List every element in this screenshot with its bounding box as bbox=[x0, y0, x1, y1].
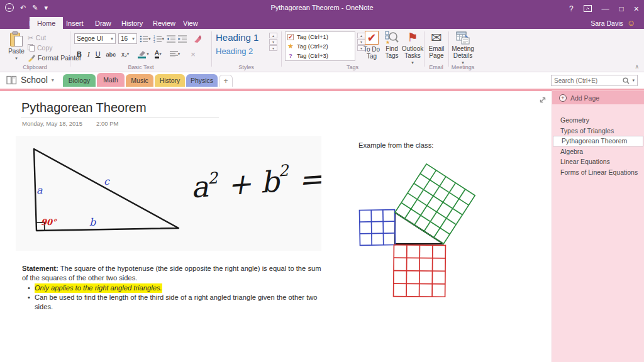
list-item[interactable]: • Can be used to find the length of the … bbox=[28, 293, 323, 312]
numbering-button[interactable]: 1 2 3 ▾ bbox=[153, 35, 165, 43]
indent-icon bbox=[178, 35, 187, 43]
plain-note: Can be used to find the length of the th… bbox=[35, 293, 323, 312]
styles-scroll-down[interactable]: ▾ bbox=[269, 39, 277, 45]
email-page-button[interactable]: ✉ Email Page bbox=[426, 31, 447, 59]
example-label[interactable]: Example from the class: bbox=[358, 141, 433, 149]
triangle-label-angle: 90° bbox=[41, 217, 57, 227]
page-item-geometry[interactable]: Geometry bbox=[552, 115, 644, 126]
window-title: Pythagorean Theorem - OneNote bbox=[0, 4, 644, 11]
styles-more[interactable]: ▾ bbox=[269, 45, 277, 51]
font-color-button[interactable]: A ▾ bbox=[155, 50, 162, 58]
style-heading1[interactable]: Heading 1 bbox=[216, 32, 258, 47]
paste-button[interactable]: Paste ▾ bbox=[5, 31, 28, 62]
help-icon[interactable]: ? bbox=[569, 4, 574, 13]
chevron-down-icon: ▾ bbox=[111, 36, 113, 41]
numbered-list-icon: 1 2 3 bbox=[153, 35, 162, 43]
page-item-types-of-triangles[interactable]: Types of Triangles bbox=[552, 126, 644, 136]
bold-button[interactable]: B bbox=[77, 50, 82, 58]
paragraph-align-button[interactable]: ▾ bbox=[170, 51, 180, 57]
todo-checkbox-icon: ✔ bbox=[287, 34, 294, 40]
page-date: Monday, May 18, 2015 bbox=[22, 120, 82, 127]
star-icon: ★ bbox=[287, 42, 294, 50]
section-tab-history[interactable]: History bbox=[155, 74, 185, 87]
signed-in-user[interactable]: Sara Davis ☺ bbox=[591, 17, 635, 29]
titlebar: ← ↶ ✎ ▾ Pythagorean Theorem - OneNote ? … bbox=[0, 0, 644, 17]
search-input[interactable] bbox=[554, 77, 620, 84]
decrease-indent-button[interactable] bbox=[167, 35, 175, 43]
tab-insert[interactable]: Insert bbox=[58, 17, 91, 29]
maximize-icon[interactable]: □ bbox=[619, 4, 624, 13]
statement-text: The square of the hypotenuse (the side o… bbox=[22, 265, 321, 282]
find-tags-button[interactable]: ★ Find Tags bbox=[382, 31, 401, 59]
style-heading2[interactable]: Heading 2 bbox=[216, 47, 258, 56]
triangle-label-b: b bbox=[89, 216, 96, 228]
outlook-tasks-button[interactable]: ⚑ Outlook Tasks ▾ bbox=[401, 31, 424, 66]
user-name: Sara Davis bbox=[591, 19, 623, 27]
page-title[interactable]: Pythagorean Theorem bbox=[21, 101, 147, 115]
chevron-down-icon: ▾ bbox=[15, 55, 18, 62]
ribbon-tab-row: File Home Insert Draw History Review Vie… bbox=[0, 17, 644, 29]
ink-drawing-triangle[interactable]: a c b 90° a2 + b2 = c2 bbox=[16, 136, 321, 251]
align-icon bbox=[170, 51, 178, 57]
ribbon: Paste ▾ ✂ Cut Copy Format Painter bbox=[0, 29, 644, 72]
cut-button[interactable]: ✂ Cut bbox=[28, 33, 81, 43]
page-item-pythagorean-theorem[interactable]: Pythagorean Theorem bbox=[553, 136, 643, 146]
highlighted-note: Only applies to the right angled triangl… bbox=[35, 283, 162, 293]
font-size-select[interactable]: 16 ▾ bbox=[118, 33, 137, 44]
question-tag-icon: ? bbox=[287, 52, 294, 59]
section-tab-math[interactable]: Math bbox=[97, 73, 125, 87]
tag-item-3[interactable]: ? Tag (Ctrl+3) bbox=[287, 52, 353, 59]
notebook-switcher[interactable]: School ▾ bbox=[6, 75, 54, 85]
meeting-details-button[interactable]: Meeting Details ▾ bbox=[450, 31, 475, 66]
section-tab-music[interactable]: Music bbox=[126, 74, 153, 87]
bullets-button[interactable]: ▾ bbox=[140, 35, 151, 43]
bullet-icon: • bbox=[28, 293, 30, 312]
page-item-algebra[interactable]: Algebra bbox=[552, 146, 644, 157]
add-page-button[interactable]: + Add Page bbox=[552, 91, 644, 104]
tag-item-2[interactable]: ★ Tag (Ctrl+2) bbox=[287, 42, 353, 50]
search-box: ▾ bbox=[551, 75, 638, 86]
section-tab-biology[interactable]: Biology bbox=[63, 74, 96, 87]
svg-text:a2 + b2 = c2: a2 + b2 = c2 bbox=[189, 156, 321, 205]
svg-text:3: 3 bbox=[153, 40, 155, 43]
italic-button[interactable]: I bbox=[87, 50, 90, 58]
title-underline bbox=[21, 118, 219, 118]
statement-paragraph[interactable]: Statement: The square of the hypotenuse … bbox=[22, 264, 321, 283]
tab-view[interactable]: View bbox=[175, 17, 206, 29]
highlight-button[interactable]: ▾ bbox=[137, 50, 149, 58]
list-item[interactable]: • Only applies to the right angled trian… bbox=[28, 283, 323, 293]
font-name-select[interactable]: Segoe UI ▾ bbox=[74, 33, 116, 44]
triangle-label-a: a bbox=[36, 184, 43, 196]
format-painter-button[interactable]: Format Painter bbox=[28, 53, 81, 63]
page-item-forms-of-linear-equations[interactable]: Forms of Linear Equations bbox=[552, 167, 644, 178]
tag-item-1[interactable]: ✔ Tag (Ctrl+1) bbox=[287, 33, 353, 40]
styles-scroll-up[interactable]: ▴ bbox=[269, 33, 277, 38]
find-tags-icon: ★ bbox=[385, 31, 399, 45]
strikethrough-button[interactable]: abc bbox=[106, 51, 116, 58]
page-canvas[interactable]: Pythagorean Theorem Monday, May 18, 2015… bbox=[0, 91, 552, 362]
style-eraser-button[interactable] bbox=[193, 35, 201, 43]
search-scope-icon[interactable]: ▾ bbox=[632, 78, 635, 83]
search-icon[interactable] bbox=[623, 77, 630, 84]
full-page-view-icon[interactable] bbox=[538, 96, 547, 104]
copy-button[interactable]: Copy bbox=[28, 43, 81, 53]
page-list: Geometry Types of Triangles Pythagorean … bbox=[552, 115, 644, 177]
section-tab-physics[interactable]: Physics bbox=[186, 74, 218, 87]
underline-button[interactable]: U bbox=[96, 50, 101, 58]
basic-text-group-label: Basic Text bbox=[72, 64, 210, 70]
increase-indent-button[interactable] bbox=[178, 35, 187, 43]
clear-formatting-button[interactable]: × bbox=[191, 50, 196, 59]
statement-label: Statement: bbox=[22, 265, 58, 272]
close-icon[interactable]: × bbox=[634, 4, 639, 14]
subscript-button[interactable]: x₂ ▾ bbox=[121, 51, 129, 58]
collapse-ribbon-icon[interactable]: ∧ bbox=[635, 63, 639, 70]
add-section-button[interactable]: + bbox=[219, 75, 233, 87]
ribbon-display-options-icon[interactable] bbox=[584, 5, 592, 12]
chevron-down-icon: ▾ bbox=[52, 77, 54, 83]
notebook-icon bbox=[6, 75, 17, 85]
todo-tag-button[interactable]: ✔ To Do Tag bbox=[362, 31, 382, 60]
minimize-icon[interactable]: — bbox=[602, 4, 609, 13]
ink-drawing-squares[interactable] bbox=[352, 150, 503, 300]
plus-icon: + bbox=[559, 94, 567, 102]
page-item-linear-equations[interactable]: Linear Equations bbox=[552, 156, 644, 167]
